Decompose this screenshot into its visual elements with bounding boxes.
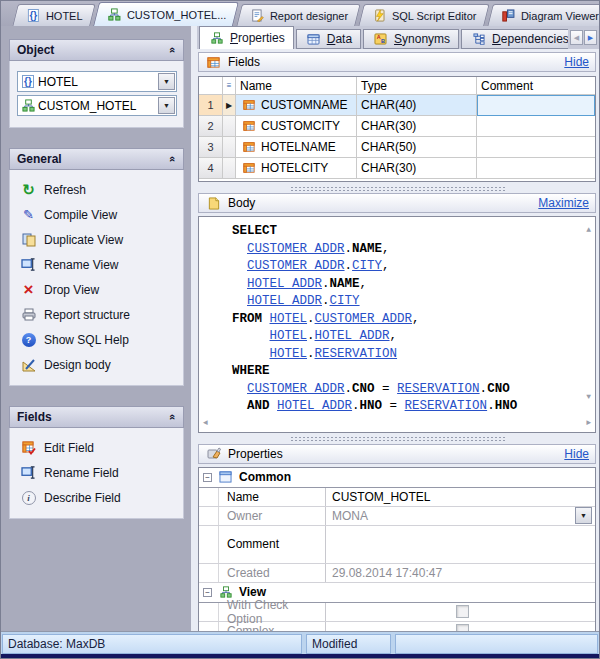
sql-token: HOTEL_ADDR: [247, 294, 322, 308]
sql-token: ,: [382, 242, 390, 256]
sidebar-item-edit-field[interactable]: Edit Field: [15, 435, 179, 460]
tab-hotel[interactable]: {} HOTEL: [12, 4, 95, 26]
view-select[interactable]: CUSTOM_HOTEL ▼: [17, 95, 177, 116]
body-maximize-link[interactable]: Maximize: [538, 196, 589, 210]
table-row[interactable]: 4 HOTELCITY CHAR(30): [199, 158, 595, 179]
sql-line: CUSTOMER_ADDR.NAME,: [232, 241, 577, 259]
fields-hide-link[interactable]: Hide: [564, 55, 589, 69]
general-group-header[interactable]: General «: [9, 148, 184, 170]
tab-sql-script-editor[interactable]: SQL Script Editor: [359, 4, 490, 26]
tab-report-designer[interactable]: Report designer: [236, 4, 361, 26]
sidebar-item-report-structure[interactable]: Report structure: [15, 302, 179, 327]
sql-token: CITY: [352, 259, 382, 273]
tab-dependencies[interactable]: Dependencies: [461, 29, 568, 49]
scroll-down-icon[interactable]: ▼: [586, 388, 591, 406]
field-icon: [240, 118, 257, 134]
object-select[interactable]: {} HOTEL ▼: [17, 71, 177, 92]
collapse-minus-icon[interactable]: −: [203, 473, 212, 482]
sql-script-icon: [371, 8, 388, 24]
view-select-arrow[interactable]: ▼: [158, 97, 175, 114]
data-grid-icon: [305, 31, 322, 47]
grid-menu-icon[interactable]: ≡: [223, 77, 236, 95]
col-type-header[interactable]: Type: [357, 77, 477, 95]
sql-token: ,: [412, 312, 420, 326]
properties-grid: − Common Name CUSTOM_HOTEL Owner MONA: [198, 467, 596, 642]
prop-row-comment[interactable]: Comment: [199, 526, 595, 564]
collapse-chevron-icon[interactable]: «: [167, 47, 179, 53]
collapse-chevron-icon[interactable]: «: [167, 414, 179, 420]
with-check-option-checkbox[interactable]: [456, 605, 469, 618]
status-modified: Modified: [306, 634, 391, 654]
edit-field-icon: [20, 440, 37, 456]
sql-token: RESERVATION: [315, 347, 398, 361]
sql-line: HOTEL_ADDR.CITY: [232, 293, 577, 311]
prop-row-name[interactable]: Name CUSTOM_HOTEL: [199, 488, 595, 507]
main-tab-scroll-left[interactable]: ◀: [570, 30, 583, 45]
sql-token: =: [382, 399, 405, 413]
sidebar-item-rename-view[interactable]: Rename View: [15, 252, 179, 277]
field-icon: [240, 139, 257, 155]
collapse-minus-icon[interactable]: −: [203, 588, 212, 597]
table-row[interactable]: 1 ▶ CUSTOMNAME CHAR(40): [199, 95, 595, 116]
sql-line: WHERE: [232, 363, 577, 381]
sql-token: .: [307, 347, 315, 361]
scroll-left-icon[interactable]: ◄: [203, 414, 208, 432]
sql-line: CUSTOMER_ADDR.CITY,: [232, 258, 577, 276]
scroll-right-icon[interactable]: ►: [586, 414, 591, 432]
sql-token: ,: [360, 277, 368, 291]
tab-synonyms[interactable]: AB Synonyms: [363, 29, 459, 49]
sql-token: .: [322, 294, 330, 308]
table-row[interactable]: 3 HOTELNAME CHAR(50): [199, 137, 595, 158]
sql-token: RESERVATION: [405, 399, 488, 413]
sidebar-item-compile-view[interactable]: ✎ Compile View: [15, 202, 179, 227]
dependencies-icon: [470, 31, 487, 47]
table-row[interactable]: 2 CUSTOMCITY CHAR(30): [199, 116, 595, 137]
col-comment-header[interactable]: Comment: [477, 77, 595, 95]
drop-icon: ×: [20, 282, 37, 298]
diagram-viewer-icon: [500, 8, 517, 24]
sidebar-item-design-body[interactable]: Design body: [15, 352, 179, 377]
fields-group-header[interactable]: Fields «: [9, 406, 184, 428]
collapse-chevron-icon[interactable]: «: [167, 156, 179, 162]
owner-dropdown-button[interactable]: ▼: [575, 507, 592, 524]
object-select-arrow[interactable]: ▼: [158, 73, 175, 90]
sidebar-item-show-sql-help[interactable]: ? Show SQL Help: [15, 327, 179, 352]
prop-row-check-option[interactable]: With Check Option: [199, 603, 595, 622]
main-tab-scroll-right[interactable]: ▶: [584, 30, 597, 45]
fields-body-splitter[interactable]: [198, 184, 596, 193]
sql-token: HOTEL_ADDR: [247, 277, 322, 291]
sidebar-item-refresh[interactable]: ↻ Refresh: [15, 177, 179, 202]
tab-properties[interactable]: Properties: [199, 26, 294, 49]
sidebar-item-describe-field[interactable]: i Describe Field: [15, 485, 179, 510]
status-bar: Database: MaxDB Modified: [1, 631, 599, 658]
properties-hide-link[interactable]: Hide: [564, 447, 589, 461]
sidebar-item-drop-view[interactable]: × Drop View: [15, 277, 179, 302]
scroll-up-icon[interactable]: ▲: [586, 221, 591, 239]
sidebar-item-duplicate-view[interactable]: Duplicate View: [15, 227, 179, 252]
sql-token: HNO: [495, 399, 518, 413]
sql-token: .: [352, 399, 360, 413]
sql-token: .: [345, 242, 353, 256]
sql-token: CUSTOMER_ADDR: [247, 242, 345, 256]
braces-icon: {}: [25, 8, 42, 24]
sql-token: SELECT: [232, 224, 277, 238]
sql-token: NAME: [330, 277, 360, 291]
object-group-header[interactable]: Object «: [9, 39, 184, 61]
sidebar-item-rename-field[interactable]: Rename Field: [15, 460, 179, 485]
printer-icon: [20, 307, 37, 323]
sql-token: [232, 382, 247, 396]
sql-line: HOTEL.HOTEL_ADDR,: [232, 328, 577, 346]
sql-token: HOTEL_ADDR: [277, 399, 352, 413]
horizontal-scrollbar[interactable]: ◄ ►: [203, 417, 591, 429]
prop-row-owner[interactable]: Owner MONA ▼: [199, 507, 595, 526]
body-props-splitter[interactable]: [198, 435, 596, 444]
properties-page: Fields Hide ≡ Name Type Comment 1 ▶ CUST…: [197, 49, 599, 643]
view-icon: [208, 30, 225, 46]
tab-custom-hotel[interactable]: CUSTOM_HOTEL...: [93, 2, 239, 26]
tab-data[interactable]: Data: [296, 29, 361, 49]
tab-diagram-viewer[interactable]: Diagram Viewer: [487, 4, 600, 26]
sql-editor[interactable]: SELECT CUSTOMER_ADDR.NAME, CUSTOMER_ADDR…: [198, 216, 596, 433]
col-name-header[interactable]: Name: [236, 77, 357, 95]
common-group-row[interactable]: − Common: [199, 468, 595, 488]
prop-row-created[interactable]: Created 29.08.2014 17:40:47: [199, 564, 595, 583]
